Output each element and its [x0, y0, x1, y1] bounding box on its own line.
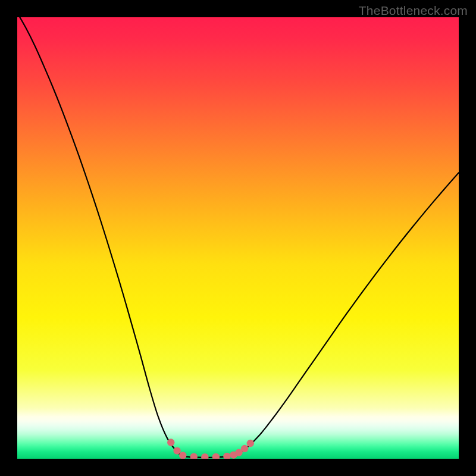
highlight-dot: [173, 447, 180, 454]
app-frame: TheBottleneck.com: [0, 0, 476, 476]
chart-plot-area: [17, 17, 459, 459]
highlight-dot: [247, 440, 254, 447]
chart-svg: [17, 17, 459, 459]
gradient-background: [17, 17, 459, 459]
highlight-dot: [167, 439, 174, 446]
watermark-text: TheBottleneck.com: [359, 4, 468, 18]
highlight-dot: [241, 445, 248, 452]
